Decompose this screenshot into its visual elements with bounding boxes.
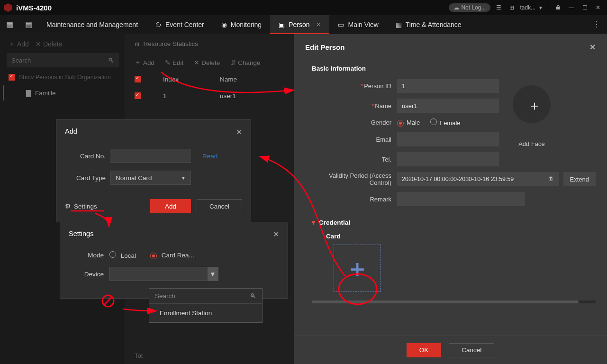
- mode-local-radio[interactable]: Local: [109, 251, 136, 259]
- close-window-icon[interactable]: ✕: [593, 2, 603, 13]
- device-dropdown: Search🔍︎ Enrollment Station: [149, 288, 263, 323]
- camera-icon: ▭: [338, 21, 344, 28]
- chevron-down-icon[interactable]: ▾: [312, 218, 315, 226]
- alarm-icon: ⏲: [155, 21, 162, 28]
- folder-icon: ▇: [26, 89, 31, 97]
- lock-icon[interactable]: 🔒︎: [553, 2, 563, 13]
- x-icon: ✕: [36, 40, 41, 48]
- section-credential: Credential: [319, 219, 350, 226]
- gear-icon: ⚙: [65, 202, 71, 210]
- validity-input[interactable]: 2020-10-17 00:00:00-2030-10-16 23:59:59🗓…: [397, 172, 559, 186]
- edit-person-panel: Edit Person ✕ Basic Information *Person …: [294, 34, 607, 364]
- plus-icon: ＋: [9, 40, 15, 48]
- face-placeholder[interactable]: ＋: [513, 85, 551, 123]
- settings-link[interactable]: ⚙Settings: [65, 202, 97, 210]
- dropdown-item-enrollment-station[interactable]: Enrollment Station: [149, 304, 262, 322]
- login-status-text: Not Log...: [461, 4, 486, 11]
- name-input[interactable]: [397, 99, 499, 113]
- nav-time-attendance[interactable]: ▦Time & Attendance: [387, 15, 470, 34]
- add-face-label: Add Face: [513, 140, 551, 147]
- card-label: Card: [326, 233, 596, 240]
- total-label: Tot: [135, 352, 143, 359]
- monitor-icon: ◉: [221, 21, 227, 28]
- dialog-title: Add: [65, 127, 77, 136]
- device-select[interactable]: ▼: [109, 267, 218, 281]
- minimize-icon[interactable]: —: [566, 2, 577, 13]
- cancel-button[interactable]: Cancel: [197, 199, 242, 213]
- search-placeholder: Search: [11, 57, 31, 64]
- gender-female-radio[interactable]: Female: [430, 118, 460, 127]
- nav-event-center[interactable]: ⏲Event Center: [146, 15, 213, 34]
- calendar-icon: 🗓︎: [548, 176, 554, 182]
- row-checkbox[interactable]: [135, 92, 141, 99]
- tab-close-icon[interactable]: ✕: [316, 21, 321, 28]
- email-input[interactable]: [397, 132, 499, 146]
- top-nav: ▦ ▤ Maintenance and Management ⏲Event Ce…: [0, 15, 607, 34]
- card-no-input[interactable]: [110, 149, 191, 163]
- nav-main-view[interactable]: ▭Main View: [329, 15, 387, 34]
- show-sub-org-label: Show Persons in Sub Organization: [19, 74, 111, 81]
- close-panel-icon[interactable]: ✕: [589, 43, 596, 52]
- toolbar-change-button[interactable]: ⇵Change: [230, 59, 260, 66]
- section-basic-info: Basic Information: [312, 65, 596, 72]
- toolbar-edit-button[interactable]: ✎Edit: [165, 59, 183, 66]
- cell-index: 1: [163, 92, 220, 100]
- list-icon[interactable]: ☰: [493, 2, 504, 13]
- tel-input[interactable]: [397, 152, 499, 166]
- sidebar-delete-button[interactable]: ✕Delete: [36, 40, 62, 48]
- toolbar-delete-button[interactable]: ✕Delete: [194, 59, 220, 66]
- horizontal-scrollbar[interactable]: [312, 300, 596, 303]
- dialog-title: Settings: [69, 230, 93, 239]
- close-dialog-icon[interactable]: ✕: [236, 127, 242, 136]
- show-sub-org-checkbox[interactable]: [9, 74, 15, 81]
- read-button[interactable]: Read: [202, 153, 217, 160]
- plus-icon: ＋: [528, 97, 541, 115]
- user-label[interactable]: tadk...: [520, 4, 535, 11]
- cloud-icon: ☁: [453, 4, 459, 11]
- add-card-button[interactable]: ＋: [334, 245, 381, 292]
- org-icon: ⇵: [230, 59, 236, 66]
- panel-icon[interactable]: ▤: [19, 15, 38, 34]
- sidebar-add-button[interactable]: ＋Add: [9, 40, 29, 48]
- nav-maintenance[interactable]: Maintenance and Management: [38, 15, 146, 34]
- panel-title: Edit Person: [305, 43, 344, 51]
- app-title: iVMS-4200: [16, 4, 52, 12]
- maximize-icon[interactable]: ☐: [580, 2, 590, 13]
- cancel-button[interactable]: Cancel: [449, 343, 494, 357]
- toolbar-add-button[interactable]: ＋Add: [135, 58, 154, 67]
- login-status-pill[interactable]: ☁ Not Log...: [449, 3, 490, 12]
- x-icon: ✕: [194, 59, 199, 66]
- edit-icon: ✎: [165, 59, 171, 66]
- sidebar-search-input[interactable]: Search 🔍︎: [7, 53, 119, 67]
- close-dialog-icon[interactable]: ✕: [273, 230, 279, 239]
- person-icon: ▣: [279, 21, 285, 28]
- search-icon: 🔍︎: [250, 292, 256, 300]
- mode-card-reader-radio[interactable]: Card Rea...: [150, 252, 194, 259]
- plus-icon: ＋: [345, 253, 369, 284]
- chevron-down-icon[interactable]: ▼: [538, 5, 543, 10]
- select-all-checkbox[interactable]: [135, 76, 141, 82]
- nav-more-icon[interactable]: ⋮: [586, 20, 607, 29]
- add-card-dialog: Add✕ Card No.Read Card TypeNormal Card▼ …: [56, 119, 251, 222]
- app-logo: [4, 3, 12, 12]
- remark-input[interactable]: [397, 192, 525, 206]
- chevron-down-icon: ▼: [181, 175, 186, 181]
- dropdown-search-input[interactable]: Search🔍︎: [149, 289, 262, 304]
- add-button[interactable]: Add: [150, 199, 191, 213]
- extend-button[interactable]: Extend: [563, 172, 596, 186]
- calendar-icon: ▦: [396, 21, 402, 28]
- ok-button[interactable]: OK: [407, 343, 442, 357]
- gender-male-radio[interactable]: Male: [397, 119, 420, 127]
- plus-icon: ＋: [135, 58, 141, 67]
- settings-dialog: Settings✕ Mode Local Card Rea... Device …: [60, 222, 288, 299]
- menu-icon[interactable]: ⊞: [507, 2, 517, 13]
- nav-monitoring[interactable]: ◉Monitoring: [213, 15, 270, 34]
- search-icon: 🔍︎: [108, 57, 114, 64]
- person-id-input[interactable]: [397, 79, 499, 93]
- card-type-select[interactable]: Normal Card▼: [110, 171, 191, 185]
- nav-person[interactable]: ▣Person✕: [270, 15, 329, 34]
- col-index: Index: [163, 76, 220, 84]
- org-item-famille[interactable]: ▇ Famille: [3, 85, 126, 100]
- grid-icon[interactable]: ▦: [0, 15, 19, 34]
- title-bar: iVMS-4200 ☁ Not Log... ☰ ⊞ tadk... ▼ 🔒︎ …: [0, 0, 607, 15]
